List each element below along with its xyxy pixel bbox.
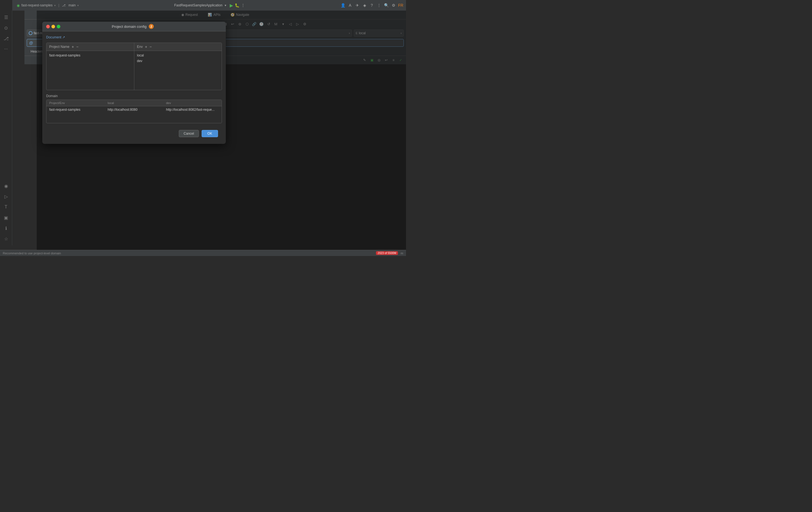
sidebar-icon-more[interactable]: ··· (2, 45, 10, 53)
sidebar-icon-text[interactable]: T (2, 203, 10, 212)
branch-name: main (68, 3, 76, 7)
more-button[interactable]: ⋮ (241, 3, 245, 7)
domain-table-body: fast-request-samples http://localhost:80… (47, 106, 222, 123)
project-select-icon (29, 31, 32, 35)
modal-traffic-green[interactable] (57, 25, 60, 28)
branch-chevron: ▾ (77, 4, 79, 7)
bug-button[interactable]: 🐛 (235, 3, 239, 7)
titlebar-settings-icon[interactable]: ⚙ (391, 3, 396, 8)
titlebar-help-icon[interactable]: ? (369, 3, 374, 8)
domain-table-header: Project/Env local dev (47, 100, 222, 106)
domain-section: Domain Project/Env local dev fast-reques… (46, 94, 222, 123)
th-dev: dev (163, 100, 222, 106)
col-project-add-btn[interactable]: + (72, 45, 74, 49)
titlebar-search-icon[interactable]: 🔍 (384, 3, 389, 8)
sidebar-icon-bookmark[interactable]: ☆ (2, 234, 10, 243)
sidebar-icon-git[interactable]: ⎇ (2, 34, 10, 43)
modal-title: Project domain config 2 (112, 24, 154, 29)
modal-traffic-lights (46, 25, 60, 28)
env-item-local[interactable]: local (137, 53, 219, 58)
modal-badge-2: 2 (149, 24, 154, 29)
td-project: fast-request-samples (47, 106, 105, 113)
titlebar: ◉ fast-request-samples ▾ | ⎇ main ▾ Fast… (12, 0, 406, 10)
project-chevron: ▾ (54, 4, 56, 7)
col-env: Env + − local dev (134, 43, 222, 90)
modal-two-col: Project Name + − fast-request-samples En… (46, 43, 222, 90)
status-bar: Recommended to use project-level domain … (0, 250, 406, 256)
modal-dialog: Project domain config 2 Document ↗ Proje… (42, 22, 226, 144)
col-env-header: Env + − (134, 43, 222, 51)
modal-body: Document ↗ Project Name + − fast-request… (42, 31, 226, 144)
col-env-content: local dev (134, 51, 222, 90)
modal-footer: Cancel OK (46, 127, 222, 140)
td-local-url[interactable]: http://localhost:8080 (105, 106, 163, 113)
project-item-0[interactable]: fast-request-samples (49, 53, 131, 58)
titlebar-fastrequest-icon[interactable]: FR (398, 3, 403, 8)
titlebar-collab-icon[interactable]: ◈ (362, 3, 367, 8)
col-env-sub-btn[interactable]: − (149, 45, 151, 49)
sidebar-icon-terminal[interactable]: ▣ (2, 213, 10, 222)
domain-table: Project/Env local dev fast-request-sampl… (46, 100, 222, 123)
domain-label: Domain (46, 94, 222, 98)
col-project-label: Project Name (49, 45, 69, 49)
sidebar-icon-play[interactable]: ▷ (2, 192, 10, 201)
col-project-header: Project Name + − (47, 43, 134, 51)
titlebar-user-icon[interactable]: 👤 (340, 3, 345, 8)
ok-button[interactable]: OK (202, 130, 218, 137)
cancel-button[interactable]: Cancel (179, 130, 199, 137)
modal-title-text: Project domain config (112, 25, 147, 29)
status-right: 2023 of 5500M m (376, 251, 403, 255)
status-letter: m (401, 251, 403, 255)
col-env-label: Env (137, 45, 143, 49)
project-name: fast-request-samples (21, 3, 53, 7)
modal-traffic-red[interactable] (46, 25, 50, 28)
sidebar-icon-files[interactable]: ☰ (2, 13, 10, 22)
col-project-sub-btn[interactable]: − (76, 45, 79, 49)
env-item-dev[interactable]: dev (137, 58, 219, 64)
sidebar-icon-profile[interactable]: ◉ (2, 182, 10, 190)
modal-traffic-yellow[interactable] (52, 25, 55, 28)
modal-titlebar: Project domain config 2 (42, 22, 226, 31)
status-message: Recommended to use project-level domain (3, 251, 61, 255)
titlebar-translate-icon[interactable]: A (348, 3, 353, 8)
titlebar-share-icon[interactable]: ✈ (355, 3, 360, 8)
status-warn: 2023 of 5500M (376, 251, 398, 255)
col-project-content: fast-request-samples (47, 51, 134, 90)
titlebar-right: 👤 A ✈ ◈ ? ⋮ 🔍 ⚙ FR (340, 3, 403, 8)
th-local: local (105, 100, 163, 106)
sidebar-icon-info[interactable]: ℹ (2, 224, 10, 233)
modal-document-link[interactable]: Document ↗ (46, 35, 222, 39)
sidebar: ☰ ⊙ ⎇ ··· ◉ ▷ T ▣ ℹ ☆ (0, 10, 12, 245)
table-row: fast-request-samples http://localhost:80… (47, 106, 222, 113)
col-env-add-btn[interactable]: + (145, 45, 147, 49)
th-project-env: Project/Env (47, 100, 105, 106)
titlebar-project: ◉ fast-request-samples ▾ | ⎇ main ▾ (17, 3, 79, 7)
sidebar-icon-search[interactable]: ⊙ (2, 23, 10, 32)
at-icon: @ (29, 41, 33, 45)
run-button[interactable]: ▶ (230, 3, 233, 8)
app-name: FastRequestSamplesApplication (174, 3, 222, 7)
td-dev-url[interactable]: http://localhost:8082/fast-reque... (163, 106, 222, 113)
titlebar-menu-icon[interactable]: ⋮ (377, 3, 381, 8)
titlebar-center: FastRequestSamplesApplication ▾ ▶ 🐛 ⋮ (82, 3, 338, 8)
col-project-name: Project Name + − fast-request-samples (47, 43, 134, 90)
modal-overlay: Project domain config 2 Document ↗ Proje… (37, 10, 406, 250)
